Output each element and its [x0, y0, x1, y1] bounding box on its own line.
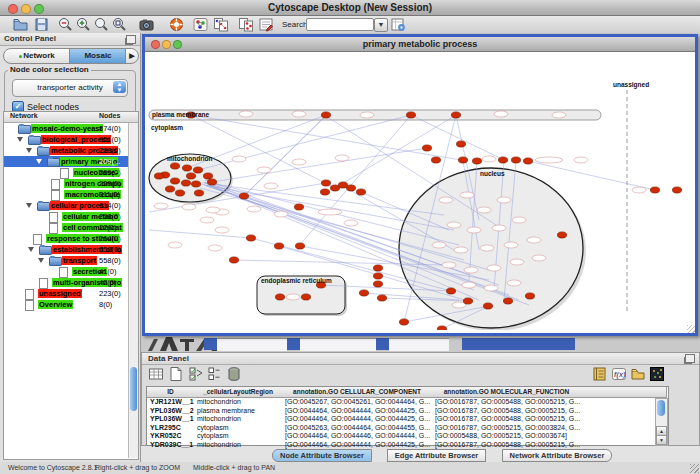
node-color-dropdown[interactable]: transporter activity ▲▼ — [12, 79, 128, 97]
tree-row[interactable]: macromolecule311(0) — [4, 189, 128, 200]
tab-mosaic[interactable]: Mosaic — [69, 48, 127, 64]
table-cell[interactable]: cytoplasm — [194, 432, 282, 441]
tree-row[interactable]: unassigned223(0) — [4, 288, 128, 299]
expander-icon[interactable] — [17, 137, 23, 142]
import-table-icon[interactable] — [238, 17, 255, 32]
graph-node[interactable] — [446, 288, 455, 294]
graph-node[interactable] — [498, 157, 507, 163]
graph-node[interactable] — [275, 294, 284, 300]
graph-node[interactable] — [170, 163, 179, 169]
tree-row[interactable]: cell communicat22(0) — [4, 222, 128, 233]
graph-node[interactable] — [373, 265, 382, 271]
minimize-view-button[interactable] — [162, 40, 171, 49]
graph-node[interactable] — [320, 189, 329, 195]
table-scrollbar[interactable]: ▲ ▼ — [655, 398, 668, 446]
network-window-titlebar[interactable]: primary metabolic process — [145, 37, 695, 52]
graph-node[interactable] — [193, 167, 202, 173]
table-cell[interactable]: mitochondrion — [194, 441, 282, 450]
float-panel-icon[interactable] — [685, 354, 695, 363]
graph-node[interactable] — [239, 193, 248, 199]
dropdown-stepper-icon[interactable]: ▲▼ — [113, 81, 126, 93]
table-cell[interactable]: [GO:0045263, GO:0044464, GO:0044455, G..… — [282, 424, 432, 433]
table-column-header[interactable]: annotation.GO MOLECULAR_FUNCTION — [432, 387, 582, 398]
help-icon[interactable] — [168, 17, 185, 32]
tree-row[interactable]: Overview8(0) — [4, 299, 128, 310]
graph-node[interactable] — [511, 157, 520, 163]
graph-node[interactable] — [301, 294, 310, 300]
table-cell[interactable]: [GO:0016787, GO:0005488, GO:0005215, G..… — [432, 398, 581, 407]
tree-row[interactable]: biological_process651(0) — [4, 134, 128, 145]
graph-node[interactable] — [451, 112, 460, 118]
table-cell[interactable]: YPL036W__1 — [147, 415, 194, 424]
graph-node[interactable] — [203, 173, 212, 179]
tab-edge-attribute-browser[interactable]: Edge Attribute Browser — [387, 449, 486, 462]
graph-edge[interactable] — [191, 115, 461, 160]
graph-node[interactable] — [422, 145, 431, 151]
graph-edge[interactable] — [244, 116, 326, 196]
graph-node[interactable] — [165, 186, 174, 192]
tree-col-nodes[interactable]: Nodes — [99, 112, 120, 119]
network-canvas[interactable]: plasma membranecytoplasmmitochondrionnuc… — [145, 52, 695, 330]
table-cell[interactable]: [GO:0016787, GO:0005215, GO:0003824, G..… — [432, 424, 581, 433]
expander-icon[interactable] — [26, 148, 32, 153]
zoom-out-icon[interactable] — [57, 17, 74, 32]
graph-node[interactable] — [246, 235, 255, 241]
table-cell[interactable]: plasma membrane — [194, 407, 282, 416]
import-attributes-icon[interactable] — [592, 366, 608, 382]
tab-network[interactable]: Network — [3, 48, 71, 64]
graph-edge[interactable] — [212, 148, 427, 182]
float-panel-icon[interactable] — [126, 35, 136, 44]
graph-node[interactable] — [182, 165, 191, 171]
search-input[interactable] — [306, 18, 374, 31]
tree-row[interactable]: mosaic-demo-yeast874(0) — [4, 123, 128, 134]
open-attribute-file-icon[interactable] — [630, 366, 646, 382]
graph-node[interactable] — [463, 298, 472, 304]
tree-row[interactable]: secretion41(0) — [4, 266, 128, 277]
graph-node[interactable] — [295, 243, 304, 249]
background-window-sliver[interactable] — [300, 338, 376, 351]
tree-row[interactable]: response to stimulu264(0) — [4, 233, 128, 244]
snapshot-icon[interactable] — [138, 17, 155, 32]
tree-row[interactable]: primary metabo209(... — [4, 156, 128, 167]
tree-scrollbar[interactable] — [128, 123, 138, 458]
tree-row[interactable]: cellular metabo209(0) — [4, 211, 128, 222]
expander-icon[interactable] — [36, 159, 42, 164]
view-resize-grip[interactable] — [687, 325, 695, 333]
table-cell[interactable]: [GO:0044464, GO:0044444, GO:0044425, G..… — [282, 441, 432, 450]
graph-node[interactable] — [175, 190, 184, 196]
tab-overflow-arrow[interactable]: ▶ — [125, 48, 139, 64]
graph-node[interactable] — [359, 290, 368, 296]
new-attribute-icon[interactable] — [168, 366, 184, 382]
tree-row[interactable]: transport558(0) — [4, 255, 128, 266]
graph-node[interactable] — [525, 293, 534, 299]
minimize-window-button[interactable] — [21, 4, 31, 14]
table-column-header[interactable]: annotation.GO CELLULAR_COMPONENT — [282, 387, 433, 398]
background-window-sliver[interactable] — [389, 338, 449, 351]
graph-node[interactable] — [431, 157, 440, 163]
zoom-view-button[interactable] — [173, 40, 182, 49]
graph-node[interactable] — [557, 232, 566, 238]
tree-col-network[interactable]: Network — [10, 112, 38, 119]
graph-node[interactable] — [458, 157, 467, 163]
expander-icon[interactable] — [28, 247, 34, 252]
tab-network-attribute-browser[interactable]: Network Attribute Browser — [502, 449, 613, 462]
expander-icon[interactable] — [26, 203, 32, 208]
graph-node[interactable] — [399, 319, 408, 325]
table-cell[interactable]: [GO:0016787, GO:0005488, GO:0005215, G..… — [432, 415, 581, 424]
table-cell[interactable]: [GO:0005488, GO:0005215, GO:0003674] — [432, 432, 581, 441]
tree-row[interactable]: nucleobase-209(0) — [4, 167, 128, 178]
window-resize-grip[interactable] — [690, 464, 699, 473]
table-column-header[interactable]: _cellularLayoutRegion — [194, 387, 283, 398]
tree-row[interactable]: establishment of lo558(0) — [4, 244, 128, 255]
graph-node[interactable] — [321, 112, 330, 118]
table-cell[interactable]: YKR052C — [147, 432, 194, 441]
graph-node[interactable] — [456, 141, 465, 147]
attribute-modifier-icon[interactable] — [206, 366, 222, 382]
table-cell[interactable]: [GO:0044464, GO:0044446, GO:0044444, G..… — [282, 432, 432, 441]
region-plasma-membrane[interactable] — [149, 110, 601, 120]
table-scrollbar-thumb[interactable] — [657, 400, 665, 416]
graph-node[interactable] — [274, 243, 283, 249]
graph-node[interactable] — [437, 326, 446, 330]
close-window-button[interactable] — [8, 4, 18, 14]
graph-node[interactable] — [356, 189, 365, 195]
